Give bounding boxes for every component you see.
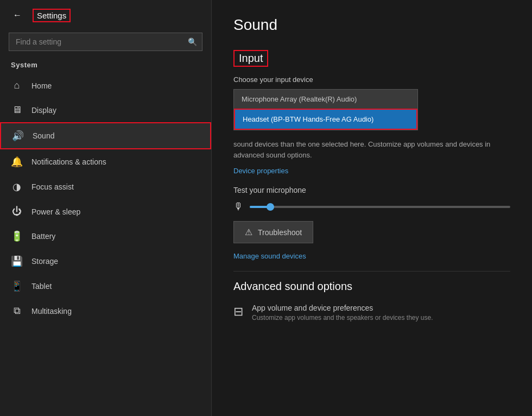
storage-icon: 💾 — [11, 255, 23, 267]
home-icon: ⌂ — [11, 80, 23, 91]
sidebar-item-tablet[interactable]: 📱 Tablet — [0, 274, 211, 299]
sidebar-label-tablet: Tablet — [31, 282, 52, 291]
sidebar-label-power: Power & sleep — [31, 207, 80, 216]
search-input[interactable] — [9, 33, 202, 51]
advanced-item-desc: Customize app volumes and the speakers o… — [252, 314, 433, 322]
device-properties-link[interactable]: Device properties — [233, 167, 510, 175]
sidebar-label-sound: Sound — [33, 131, 54, 140]
sound-icon: 🔊 — [12, 130, 24, 142]
main-content: Sound Input Choose your input device Mic… — [212, 0, 532, 416]
advanced-item-title: App volume and device preferences — [252, 304, 433, 312]
battery-icon: 🔋 — [11, 230, 23, 242]
back-button[interactable]: ← — [9, 7, 26, 24]
dropdown-option[interactable]: Headset (BP-BTW Hands-Free AG Audio) — [234, 109, 417, 130]
sidebar-label-storage: Storage — [31, 257, 58, 266]
sidebar: ← Settings 🔍 System ⌂ Home 🖥 Display 🔊 S… — [0, 0, 212, 416]
dropdown-option[interactable]: Microphone Array (Realtek(R) Audio) — [234, 90, 417, 109]
advanced-items-list: ⊟ App volume and device preferences Cust… — [233, 304, 510, 322]
sidebar-label-notifications: Notifications & actions — [31, 157, 106, 166]
input-section-title: Input — [233, 50, 268, 67]
search-icon: 🔍 — [188, 37, 197, 46]
choose-input-label: Choose your input device — [233, 75, 510, 84]
advanced-item-icon: ⊟ — [233, 305, 243, 319]
power-icon: ⏻ — [11, 206, 23, 217]
advanced-section-title: Advanced sound options — [233, 280, 510, 293]
mic-level-bar — [250, 206, 510, 208]
manage-sound-devices-link[interactable]: Manage sound devices — [233, 252, 510, 260]
input-section: Input Choose your input device Microphon… — [233, 50, 510, 260]
sidebar-item-focus[interactable]: ◑ Focus assist — [0, 174, 211, 199]
sidebar-title: Settings — [33, 9, 71, 22]
display-icon: 🖥 — [11, 104, 23, 116]
tablet-icon: 📱 — [11, 280, 23, 292]
troubleshoot-label: Troubleshoot — [258, 228, 302, 237]
advanced-section: Advanced sound options ⊟ App volume and … — [233, 280, 510, 322]
sidebar-item-multitasking[interactable]: ⧉ Multitasking — [0, 299, 211, 323]
microphone-icon: 🎙 — [233, 201, 243, 212]
input-description: sound devices than the one selected here… — [233, 139, 505, 160]
sidebar-item-battery[interactable]: 🔋 Battery — [0, 224, 211, 249]
sidebar-item-home[interactable]: ⌂ Home — [0, 73, 211, 98]
input-device-dropdown[interactable]: Microphone Array (Realtek(R) Audio)Heads… — [233, 89, 418, 130]
sidebar-label-display: Display — [31, 106, 56, 115]
page-title: Sound — [233, 16, 510, 34]
sidebar-label-battery: Battery — [31, 232, 55, 241]
focus-icon: ◑ — [11, 181, 23, 193]
advanced-item-text: App volume and device preferences Custom… — [252, 304, 433, 322]
mic-level-dot — [267, 203, 274, 211]
troubleshoot-button[interactable]: ⚠ Troubleshoot — [233, 221, 313, 243]
sidebar-label-multitasking: Multitasking — [31, 307, 72, 316]
section-divider — [233, 271, 510, 272]
sidebar-item-power[interactable]: ⏻ Power & sleep — [0, 199, 211, 224]
sidebar-label-focus: Focus assist — [31, 182, 74, 191]
sidebar-item-notifications[interactable]: 🔔 Notifications & actions — [0, 149, 211, 174]
warning-icon: ⚠ — [245, 227, 252, 237]
mic-test-row: 🎙 — [233, 201, 510, 212]
advanced-item[interactable]: ⊟ App volume and device preferences Cust… — [233, 304, 510, 322]
notifications-icon: 🔔 — [11, 156, 23, 168]
system-label: System — [0, 58, 211, 73]
sidebar-item-storage[interactable]: 💾 Storage — [0, 249, 211, 274]
sidebar-label-home: Home — [31, 81, 52, 90]
nav-list: ⌂ Home 🖥 Display 🔊 Sound 🔔 Notifications… — [0, 73, 211, 323]
test-mic-label: Test your microphone — [233, 186, 510, 194]
search-box-container: 🔍 — [9, 33, 202, 51]
sidebar-item-display[interactable]: 🖥 Display — [0, 98, 211, 122]
sidebar-item-sound[interactable]: 🔊 Sound — [0, 122, 211, 149]
sidebar-header: ← Settings — [0, 0, 211, 30]
multitasking-icon: ⧉ — [11, 305, 23, 317]
